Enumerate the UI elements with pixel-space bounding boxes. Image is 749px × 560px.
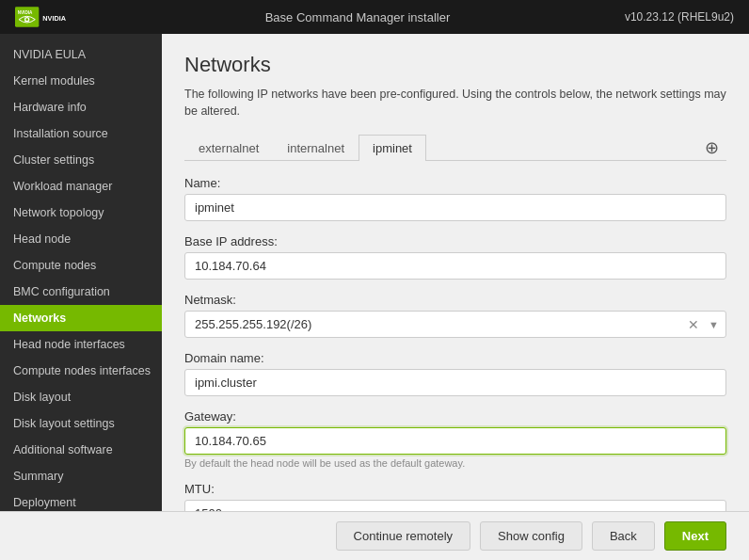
gateway-input[interactable] bbox=[184, 427, 726, 455]
continue-remotely-button[interactable]: Continue remotely bbox=[336, 521, 471, 551]
show-config-button[interactable]: Show config bbox=[480, 521, 582, 551]
base-ip-label: Base IP address: bbox=[184, 234, 726, 248]
sidebar: NVIDIA EULA Kernel modules Hardware info… bbox=[0, 34, 162, 511]
name-input[interactable] bbox=[184, 194, 726, 221]
nvidia-logo: NVIDIA NVIDIA bbox=[15, 7, 90, 27]
name-field-group: Name: bbox=[184, 176, 726, 221]
base-ip-input[interactable] bbox=[184, 252, 726, 280]
svg-point-3 bbox=[25, 18, 28, 21]
name-label: Name: bbox=[184, 176, 726, 190]
sidebar-item-deployment[interactable]: Deployment bbox=[0, 489, 162, 511]
netmask-dropdown-button[interactable]: ▼ bbox=[705, 317, 723, 332]
topbar: NVIDIA NVIDIA Base Command Manager insta… bbox=[0, 0, 749, 34]
netmask-input[interactable] bbox=[184, 311, 726, 338]
sidebar-item-compute-nodes[interactable]: Compute nodes bbox=[0, 252, 162, 279]
mtu-field-group: MTU: bbox=[184, 482, 726, 511]
back-button[interactable]: Back bbox=[592, 521, 655, 551]
main-layout: NVIDIA EULA Kernel modules Hardware info… bbox=[0, 34, 749, 511]
sidebar-item-head-node-interfaces[interactable]: Head node interfaces bbox=[0, 331, 162, 358]
mtu-input[interactable] bbox=[184, 500, 726, 511]
base-ip-field-group: Base IP address: bbox=[184, 234, 726, 280]
sidebar-item-bmc-configuration[interactable]: BMC configuration bbox=[0, 279, 162, 305]
sidebar-item-installation-source[interactable]: Installation source bbox=[0, 120, 162, 147]
tab-externalnet[interactable]: externalnet bbox=[184, 135, 273, 161]
app-version: v10.23.12 (RHEL9u2) bbox=[625, 10, 734, 24]
sidebar-item-workload-manager[interactable]: Workload manager bbox=[0, 173, 162, 200]
sidebar-item-networks[interactable]: Networks bbox=[0, 305, 162, 331]
tab-internalnet[interactable]: internalnet bbox=[273, 135, 359, 161]
netmask-controls: ✕ ▼ bbox=[684, 315, 723, 334]
svg-text:NVIDIA: NVIDIA bbox=[42, 14, 67, 23]
add-tab-button[interactable]: ⊕ bbox=[697, 139, 726, 156]
sidebar-item-compute-nodes-interfaces[interactable]: Compute nodes interfaces bbox=[0, 358, 162, 384]
mtu-label: MTU: bbox=[184, 482, 726, 496]
gateway-label: Gateway: bbox=[184, 409, 726, 424]
next-button[interactable]: Next bbox=[664, 521, 726, 551]
logo-area: NVIDIA NVIDIA bbox=[15, 7, 90, 27]
page-description: The following IP networks have been pre-… bbox=[184, 87, 726, 120]
gateway-field-group: Gateway: By default the head node will b… bbox=[184, 409, 726, 469]
sidebar-item-hardware-info[interactable]: Hardware info bbox=[0, 94, 162, 120]
sidebar-item-disk-layout-settings[interactable]: Disk layout settings bbox=[0, 410, 162, 437]
gateway-hint: By default the head node will be used as… bbox=[184, 457, 726, 469]
domain-input[interactable] bbox=[184, 369, 726, 396]
sidebar-item-cluster-settings[interactable]: Cluster settings bbox=[0, 147, 162, 173]
netmask-wrapper: ✕ ▼ bbox=[184, 311, 726, 338]
netmask-field-group: Netmask: ✕ ▼ bbox=[184, 293, 726, 338]
sidebar-item-additional-software[interactable]: Additional software bbox=[0, 437, 162, 463]
domain-label: Domain name: bbox=[184, 351, 726, 365]
tab-ipminet[interactable]: ipminet bbox=[359, 135, 426, 161]
bottom-bar: Continue remotely Show config Back Next bbox=[0, 511, 749, 560]
domain-field-group: Domain name: bbox=[184, 351, 726, 396]
sidebar-item-summary[interactable]: Summary bbox=[0, 463, 162, 489]
sidebar-item-head-node[interactable]: Head node bbox=[0, 226, 162, 252]
page-title: Networks bbox=[184, 53, 726, 77]
sidebar-item-disk-layout[interactable]: Disk layout bbox=[0, 384, 162, 410]
netmask-label: Netmask: bbox=[184, 293, 726, 307]
sidebar-item-network-topology[interactable]: Network topology bbox=[0, 200, 162, 226]
network-tabs: externalnet internalnet ipminet ⊕ bbox=[184, 135, 726, 161]
sidebar-item-nvidia-eula[interactable]: NVIDIA EULA bbox=[0, 41, 162, 68]
sidebar-item-kernel-modules[interactable]: Kernel modules bbox=[0, 68, 162, 94]
svg-text:NVIDIA: NVIDIA bbox=[18, 10, 33, 15]
netmask-clear-button[interactable]: ✕ bbox=[684, 315, 703, 334]
content-area: Networks The following IP networks have … bbox=[162, 34, 749, 511]
app-title: Base Command Manager installer bbox=[265, 10, 451, 24]
